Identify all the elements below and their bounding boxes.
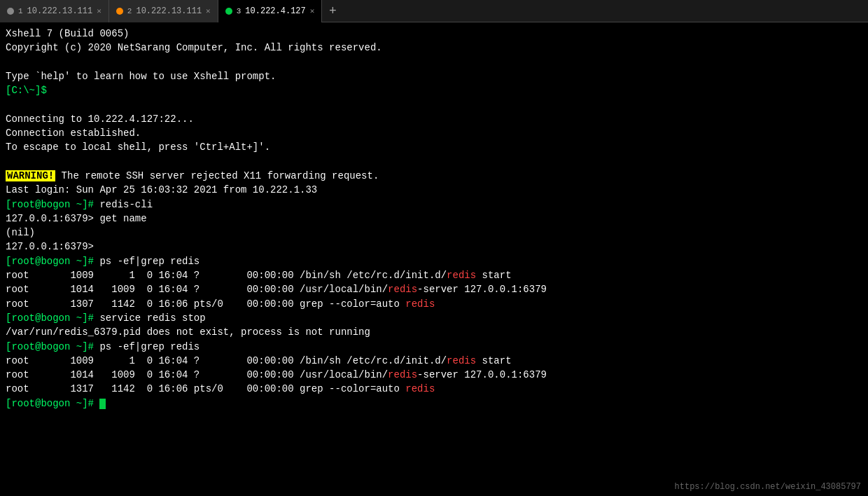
terminal-line-25: root 1014 1009 0 16:04 ? 00:00:00 /usr/l… bbox=[6, 368, 862, 382]
terminal-line-2: Copyright (c) 2020 NetSarang Computer, I… bbox=[6, 41, 862, 55]
terminal-line-5: [C:\~]$ bbox=[6, 83, 862, 97]
terminal-line-8: Connection established. bbox=[6, 126, 862, 140]
terminal-line-13: [root@bogon ~]# redis-cli bbox=[6, 198, 862, 212]
terminal-line-1: Xshell 7 (Build 0065) bbox=[6, 27, 862, 41]
tab-1-dot bbox=[7, 8, 14, 15]
tab-1[interactable]: 1 10.222.13.111 ✕ bbox=[0, 0, 109, 22]
tab-2[interactable]: 2 10.222.13.111 ✕ bbox=[109, 0, 218, 22]
tab-1-close[interactable]: ✕ bbox=[97, 6, 102, 15]
tab-bar: 1 10.222.13.111 ✕ 2 10.222.13.111 ✕ 3 10… bbox=[0, 0, 868, 22]
terminal-line-6 bbox=[6, 97, 862, 111]
terminal-line-26: root 1317 1142 0 16:06 pts/0 00:00:00 gr… bbox=[6, 382, 862, 396]
terminal-line-27: [root@bogon ~]# bbox=[6, 397, 862, 411]
terminal-line-14: 127.0.0.1:6379> get name bbox=[6, 212, 862, 226]
terminal-line-9: To escape to local shell, press 'Ctrl+Al… bbox=[6, 140, 862, 154]
terminal-line-3 bbox=[6, 55, 862, 69]
terminal-line-19: root 1014 1009 0 16:04 ? 00:00:00 /usr/l… bbox=[6, 282, 862, 296]
tab-2-close[interactable]: ✕ bbox=[206, 6, 211, 15]
watermark: https://blog.csdn.net/weixin_43085797 bbox=[675, 482, 861, 492]
terminal-line-18: root 1009 1 0 16:04 ? 00:00:00 /bin/sh /… bbox=[6, 268, 862, 282]
terminal-line-10 bbox=[6, 155, 862, 169]
terminal-line-17: [root@bogon ~]# ps -ef|grep redis bbox=[6, 254, 862, 268]
tab-1-num: 1 bbox=[18, 7, 23, 15]
terminal-line-20: root 1307 1142 0 16:06 pts/0 00:00:00 gr… bbox=[6, 297, 862, 311]
terminal-line-7: Connecting to 10.222.4.127:22... bbox=[6, 112, 862, 126]
tab-3-close[interactable]: ✕ bbox=[310, 6, 315, 15]
terminal-line-12: Last login: Sun Apr 25 16:03:32 2021 fro… bbox=[6, 183, 862, 197]
tab-add-button[interactable]: + bbox=[322, 0, 343, 22]
tab-2-num: 2 bbox=[127, 7, 132, 15]
cursor bbox=[99, 399, 106, 409]
tab-2-dot bbox=[116, 8, 123, 15]
terminal[interactable]: Xshell 7 (Build 0065) Copyright (c) 2020… bbox=[0, 22, 868, 496]
terminal-line-11: WARNING! The remote SSH server rejected … bbox=[6, 169, 862, 183]
terminal-line-22: /var/run/redis_6379.pid does not exist, … bbox=[6, 325, 862, 339]
terminal-line-16: 127.0.0.1:6379> bbox=[6, 240, 862, 254]
terminal-line-4: Type `help' to learn how to use Xshell p… bbox=[6, 69, 862, 83]
tab-1-label: 10.222.13.111 bbox=[27, 6, 93, 16]
tab-3[interactable]: 3 10.222.4.127 ✕ bbox=[218, 0, 323, 22]
terminal-line-24: root 1009 1 0 16:04 ? 00:00:00 /bin/sh /… bbox=[6, 354, 862, 368]
terminal-line-23: [root@bogon ~]# ps -ef|grep redis bbox=[6, 340, 862, 354]
tab-3-dot bbox=[225, 8, 232, 15]
tab-2-label: 10.222.13.111 bbox=[136, 6, 202, 16]
terminal-line-15: (nil) bbox=[6, 226, 862, 240]
tab-3-label: 10.222.4.127 bbox=[245, 6, 305, 16]
tab-3-num: 3 bbox=[237, 7, 241, 15]
terminal-line-21: [root@bogon ~]# service redis stop bbox=[6, 311, 862, 325]
